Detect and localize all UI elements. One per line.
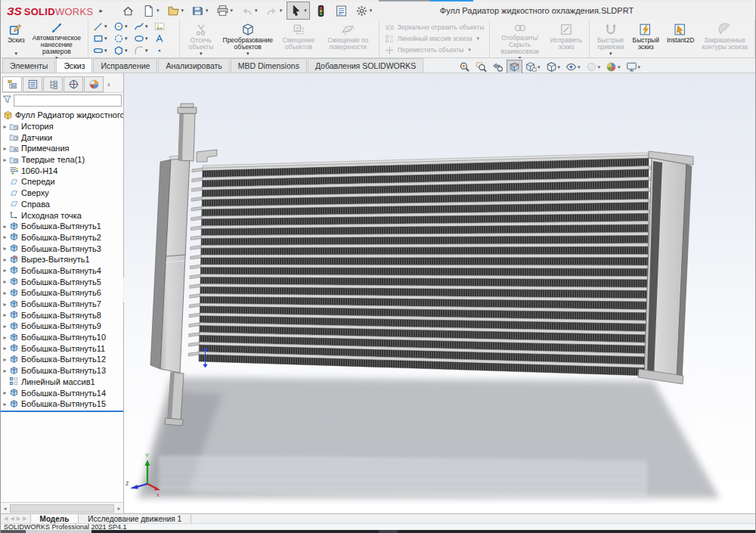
expand-arrow-icon[interactable]: ▸ xyxy=(1,123,9,130)
ellipse-dropdown-arrow[interactable]: ▾ xyxy=(145,36,148,42)
tree-item[interactable]: Исходная точка xyxy=(1,209,123,221)
perimeter-circle-dropdown-arrow[interactable]: ▾ xyxy=(125,36,128,42)
move-entities-dropdown-arrow[interactable]: ▾ xyxy=(468,47,471,53)
open-dropdown-arrow[interactable]: ▾ xyxy=(181,8,184,14)
fillet-button[interactable]: ▾ xyxy=(134,45,154,56)
tree-item[interactable]: ▸Твердые тела(1) xyxy=(1,154,123,166)
tree-item[interactable]: ▸Бобышка-Вытянуть6 xyxy=(1,287,123,299)
tree-item[interactable]: ▸Бобышка-Вытянуть4 xyxy=(1,265,123,277)
expand-arrow-icon[interactable]: ▸ xyxy=(1,278,9,285)
smart-dimension-button[interactable]: Автоматическое нанесение размеров▾ xyxy=(29,20,85,57)
graphics-viewport[interactable]: YZX xyxy=(124,73,756,513)
model-radiator[interactable]: YZX xyxy=(124,73,756,513)
display-relations-button[interactable]: Отобразить/Скрыть взаимосвязи▾ xyxy=(493,20,546,57)
sketch-button[interactable]: Эскиз▾ xyxy=(4,20,29,57)
hscroll-thumb[interactable] xyxy=(10,504,114,513)
point-button[interactable] xyxy=(154,45,175,56)
surface-offset-button[interactable]: Смещение по поверхности xyxy=(321,20,376,57)
new-document-button[interactable]: ▾ xyxy=(139,2,163,20)
trim-dropdown-arrow[interactable]: ▾ xyxy=(200,51,203,57)
expand-arrow-icon[interactable]: ▸ xyxy=(1,156,9,163)
tab-nav-next-icon[interactable]: ▶ xyxy=(16,515,21,522)
tree-item[interactable]: Датчики xyxy=(1,132,123,143)
tree-item[interactable]: ▸Бобышка-Вытянуть3 xyxy=(1,243,123,254)
redo-button[interactable]: ▾ xyxy=(262,2,286,20)
rectangle-button[interactable]: ▾ xyxy=(93,33,113,44)
tree-item[interactable]: Сверху xyxy=(1,187,123,199)
save-dropdown-arrow[interactable]: ▾ xyxy=(206,8,209,14)
quick-snaps-dropdown-arrow[interactable]: ▾ xyxy=(609,51,612,57)
expand-arrow-icon[interactable]: ▸ xyxy=(1,345,9,352)
display-style-button[interactable]: ▾ xyxy=(544,60,563,74)
panel-tab-dimxpertmanager[interactable] xyxy=(64,76,83,92)
quick-snaps-button[interactable]: Быстрые привязки▾ xyxy=(593,20,629,57)
section-view-button[interactable] xyxy=(507,60,522,74)
expand-arrow-icon[interactable]: ▸ xyxy=(1,234,9,240)
line-button[interactable]: ▾ xyxy=(93,21,113,32)
expand-arrow-icon[interactable]: ▸ xyxy=(1,145,9,152)
view-orientation-button[interactable]: ▾ xyxy=(523,60,543,74)
save-button[interactable]: ▾ xyxy=(188,2,212,20)
sketch-picture-button[interactable] xyxy=(154,21,175,32)
circle-button[interactable]: ▾ xyxy=(113,21,134,32)
ellipse-button[interactable]: ▾ xyxy=(134,33,154,44)
tree-item[interactable]: ▸Бобышка-Вытянуть5 xyxy=(1,276,123,287)
linear-sketch-pattern-dropdown-arrow[interactable]: ▾ xyxy=(476,36,479,42)
expand-arrow-icon[interactable]: ▸ xyxy=(1,334,9,341)
tree-item[interactable]: ▸Бобышка-Вытянуть10 xyxy=(1,332,123,343)
undo-button[interactable]: ▾ xyxy=(237,2,261,20)
expand-arrow-icon[interactable]: ▸ xyxy=(1,223,9,230)
convert-dropdown-arrow[interactable]: ▾ xyxy=(246,51,249,57)
trim-button[interactable]: Отсечь объекты▾ xyxy=(183,20,219,57)
tab-анализировать[interactable]: Анализировать xyxy=(158,58,229,73)
tree-item[interactable]: ▸История xyxy=(1,121,123,132)
zoom-to-fit-button[interactable] xyxy=(457,60,472,74)
expand-arrow-icon[interactable]: ▸ xyxy=(1,256,9,263)
tab-nav-prev-icon[interactable]: ◀ xyxy=(9,515,14,522)
repair-sketch-button[interactable]: Исправить эскиз xyxy=(547,20,586,57)
edit-appearance-dropdown-arrow[interactable]: ▾ xyxy=(598,64,601,70)
select-dropdown-arrow[interactable]: ▾ xyxy=(304,8,307,14)
hscroll-right-arrow[interactable]: ▸ xyxy=(115,505,123,512)
text-button[interactable] xyxy=(154,33,175,44)
tree-filter-input[interactable] xyxy=(14,95,122,107)
tab-nav-prev-icon[interactable]: ◀ xyxy=(3,515,8,522)
tree-item[interactable]: ▸Бобышка-Вытянуть12 xyxy=(1,354,123,365)
convert-button[interactable]: Преобразование объектов▾ xyxy=(219,20,277,57)
perimeter-circle-button[interactable]: ▾ xyxy=(113,33,134,44)
circle-dropdown-arrow[interactable]: ▾ xyxy=(125,23,128,29)
panel-tab-displaymanager[interactable] xyxy=(84,76,104,92)
tab-эскиз[interactable]: Эскиз xyxy=(56,58,92,73)
tree-item[interactable]: ▸Бобышка-Вытянуть15 xyxy=(1,398,123,410)
hide-show-items-button[interactable]: ▾ xyxy=(563,60,583,74)
previous-view-button[interactable] xyxy=(490,60,506,74)
view-settings-button[interactable]: ▾ xyxy=(624,60,643,74)
tree-item[interactable]: Справа xyxy=(1,199,123,210)
zoom-to-area-button[interactable] xyxy=(473,60,489,74)
expand-arrow-icon[interactable]: ▸ xyxy=(1,290,9,296)
bottom-tab-model[interactable]: Модель xyxy=(30,514,79,523)
tree-item[interactable]: ▸Бобышка-Вытянуть2 xyxy=(1,232,123,243)
expand-arrow-icon[interactable]: ▸ xyxy=(1,311,9,318)
view-settings-dropdown-arrow[interactable]: ▾ xyxy=(638,64,641,70)
tab-nav-next-icon[interactable]: ▶ xyxy=(22,515,27,522)
hscroll-left-arrow[interactable]: ◂ xyxy=(1,505,9,512)
tree-item[interactable]: Линейный массив1 xyxy=(1,377,123,388)
panel-tab-featuremanager[interactable] xyxy=(2,76,22,92)
rapid-sketch-button[interactable]: Быстрый эскиз xyxy=(629,20,663,57)
tree-item[interactable]: ▸Бобышка-Вытянуть1 xyxy=(1,221,123,232)
apply-scene-button[interactable]: ▾ xyxy=(603,60,623,74)
polygon-button[interactable]: ▾ xyxy=(113,45,134,56)
print-button[interactable]: ▾ xyxy=(213,2,237,20)
sketch-dropdown-arrow[interactable]: ▾ xyxy=(15,51,18,57)
print-dropdown-arrow[interactable]: ▾ xyxy=(231,8,234,14)
linear-sketch-pattern-button[interactable]: Линейный массив эскиза▾ xyxy=(385,33,485,45)
spline-button[interactable]: ▾ xyxy=(134,21,154,32)
expand-arrow-icon[interactable]: ▸ xyxy=(1,323,9,330)
menu-expand-arrow[interactable]: ▸ xyxy=(100,7,104,14)
slot-dropdown-arrow[interactable]: ▾ xyxy=(104,48,107,54)
panel-tab-propertymanager[interactable] xyxy=(23,76,42,92)
bottom-tab-motion-study[interactable]: Исследование движения 1 xyxy=(79,514,191,523)
tree-item[interactable]: ▸Бобышка-Вытянуть13 xyxy=(1,365,123,377)
slot-button[interactable]: ▾ xyxy=(93,45,113,56)
